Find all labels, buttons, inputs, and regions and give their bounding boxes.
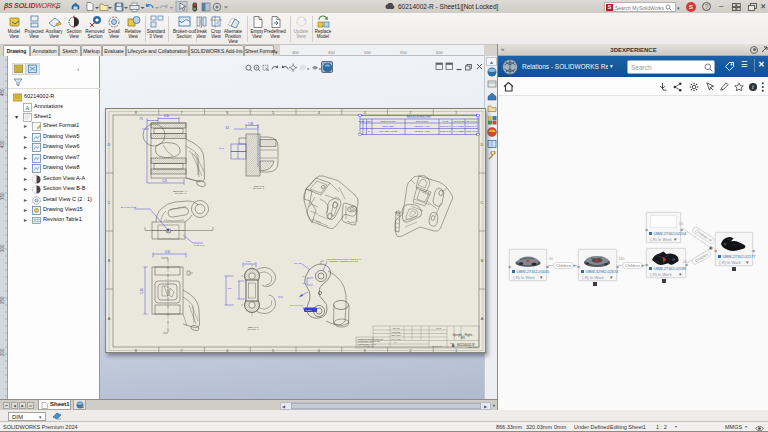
svg-text:A: A	[368, 125, 370, 127]
svg-text:B: B	[368, 130, 370, 132]
svg-text:1: 1	[455, 110, 458, 115]
svg-text:.50: .50	[302, 275, 306, 277]
svg-text:450: 450	[0, 88, 5, 96]
svg-text:5.25: 5.25	[162, 179, 168, 183]
svg-text:DIMENSIONS ARE IN INCHES: DIMENSIONS ARE IN INCHES	[358, 340, 380, 342]
svg-text:UPDATED HOLES: UPDATED HOLES	[379, 130, 398, 132]
svg-text:REV DATE: REV DATE	[466, 120, 477, 122]
svg-text:D: D	[481, 142, 484, 147]
svg-text:2023-08-14: 2023-08-14	[466, 125, 478, 127]
svg-text:REVISION HISTORY: REVISION HISTORY	[407, 115, 432, 119]
svg-text:i: i	[752, 83, 754, 90]
svg-text:.63: .63	[225, 126, 229, 130]
svg-text:RELEASED: RELEASED	[382, 125, 394, 127]
svg-text:600: 600	[436, 50, 443, 55]
svg-text:A: A	[108, 316, 111, 321]
svg-text:6: 6	[226, 110, 229, 115]
svg-text:4: 4	[318, 348, 321, 353]
svg-text:DOCUMENT: DOCUMENT	[416, 120, 429, 122]
svg-text:D: D	[108, 142, 111, 147]
svg-text:2X ⌀.41 THRU: 2X ⌀.41 THRU	[290, 304, 304, 306]
svg-text:REV: REV	[367, 120, 372, 122]
svg-text:ZONE: ZONE	[358, 120, 365, 122]
svg-text:TITLE:: TITLE:	[436, 327, 442, 329]
svg-text:1.38: 1.38	[248, 122, 254, 126]
svg-text:3: 3	[363, 110, 366, 115]
svg-text:400: 400	[292, 50, 299, 55]
svg-text:8: 8	[135, 110, 138, 115]
svg-text:400: 400	[0, 140, 5, 148]
svg-text:SCALE 2 : 1: SCALE 2 : 1	[253, 187, 265, 189]
svg-text:1 OFF: 1 OFF	[306, 309, 313, 311]
svg-text:APPROVED: APPROVED	[452, 120, 465, 122]
svg-text:R.06: R.06	[219, 147, 225, 150]
svg-text:ASSEMBLY. TORQUE 35 FT-LB: ASSEMBLY. TORQUE 35 FT-LB	[328, 260, 358, 262]
svg-text:2023-11-02: 2023-11-02	[440, 130, 452, 132]
svg-text:200: 200	[0, 348, 5, 356]
svg-text:450: 450	[328, 50, 335, 55]
svg-text:C: C	[108, 200, 111, 205]
svg-text:›: ›	[77, 66, 79, 72]
svg-text:8: 8	[135, 348, 138, 353]
svg-text:CHECKED: CHECKED	[392, 331, 401, 333]
svg-text:5: 5	[272, 348, 275, 353]
svg-text:C: C	[481, 200, 484, 205]
svg-text:550: 550	[400, 50, 407, 55]
svg-text:7: 7	[180, 348, 183, 353]
svg-text:DRAWN: DRAWN	[393, 327, 400, 329]
svg-text:DESCRIPTION: DESCRIPTION	[381, 120, 396, 122]
svg-text:7: 7	[180, 110, 183, 115]
svg-text:.38 THRU ⌀.52: .38 THRU ⌀.52	[120, 206, 137, 209]
svg-text:A: A	[481, 316, 484, 321]
svg-text:SECTION A-A: SECTION A-A	[173, 190, 188, 192]
svg-text:T.HANSEN: T.HANSEN	[453, 130, 464, 132]
svg-text:B: B	[481, 258, 484, 263]
svg-text:2.3: 2.3	[228, 287, 232, 290]
svg-text:350: 350	[0, 192, 5, 200]
svg-text:300: 300	[0, 244, 5, 252]
svg-text:1.50: 1.50	[246, 260, 251, 263]
svg-text:6: 6	[226, 348, 229, 353]
svg-text:2: 2	[409, 110, 412, 115]
svg-text:DATE: DATE	[443, 120, 449, 122]
svg-text:SCALE: 1:2: SCALE: 1:2	[432, 345, 441, 347]
svg-text:DETAIL C: DETAIL C	[248, 326, 258, 328]
svg-text:SHEET 1 OF 1: SHEET 1 OF 1	[467, 347, 478, 348]
svg-text:FRAME: FRAME	[294, 262, 302, 264]
svg-text:RX: RX	[461, 336, 465, 340]
svg-text:5: 5	[272, 110, 275, 115]
svg-text:TOLERANCES: .XX ±.01: TOLERANCES: .XX ±.01	[358, 343, 376, 345]
svg-text:4.00: 4.00	[164, 114, 170, 118]
svg-text:.75: .75	[139, 117, 143, 121]
svg-text:A: A	[25, 104, 30, 111]
svg-text:UB-2016-A-189: UB-2016-A-189	[414, 125, 430, 127]
svg-text:B: B	[108, 258, 111, 263]
svg-text:SCALE 2 : 1: SCALE 2 : 1	[248, 328, 260, 330]
svg-text:DETAIL B: DETAIL B	[254, 185, 264, 187]
svg-text:500: 500	[364, 50, 371, 55]
svg-text:T.HANSEN: T.HANSEN	[453, 125, 464, 127]
svg-text:5.50: 5.50	[140, 288, 144, 294]
svg-text:ENG APPR: ENG APPR	[391, 334, 401, 336]
svg-text:4.00: 4.00	[165, 250, 171, 254]
svg-text:2023-11-02: 2023-11-02	[466, 130, 478, 132]
svg-text:SCALE 1 : 2: SCALE 1 : 2	[175, 192, 187, 194]
svg-text:UB-2016-A-202: UB-2016-A-202	[414, 130, 430, 132]
svg-text:MFG APPR: MFG APPR	[391, 338, 401, 340]
svg-text:4: 4	[318, 110, 321, 115]
svg-text:2023-08-14: 2023-08-14	[440, 125, 452, 127]
svg-text:250: 250	[0, 296, 5, 304]
svg-text:Q.A.: Q.A.	[394, 341, 398, 343]
svg-text:R.25 TYP: R.25 TYP	[194, 244, 205, 247]
svg-text:UNLESS OTHERWISE SPECIFIED: UNLESS OTHERWISE SPECIFIED	[358, 339, 384, 340]
svg-text:.XXX ±.005 ANG ±.5: .XXX ±.005 ANG ±.5	[358, 345, 373, 347]
